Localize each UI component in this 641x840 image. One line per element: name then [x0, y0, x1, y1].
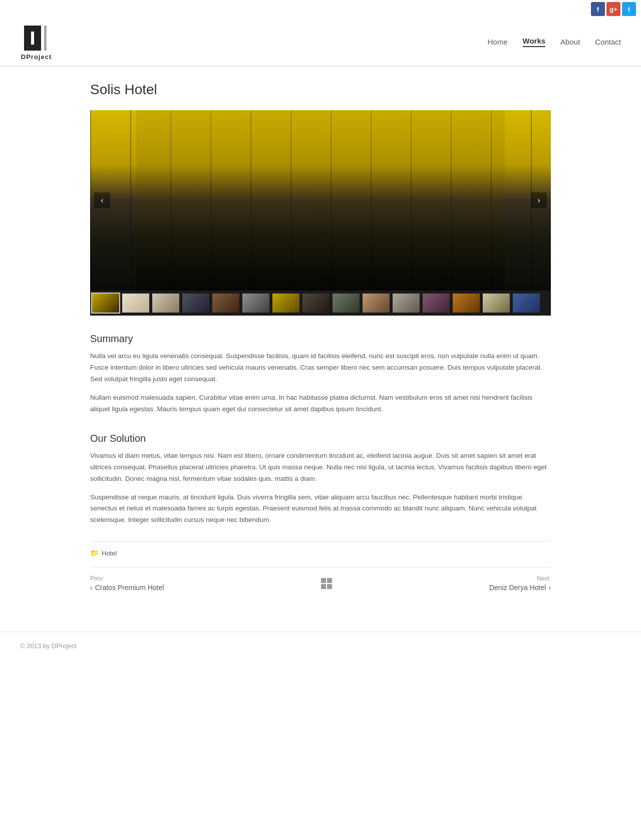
- folder-icon: 📁: [90, 549, 99, 557]
- post-footer: 📁 Hotel: [90, 541, 551, 557]
- nav-contact[interactable]: Contact: [595, 38, 621, 46]
- prev-label: Prev:: [90, 575, 104, 582]
- site-header: DProject Home Works About Contact: [0, 18, 641, 66]
- next-label: Next:: [537, 575, 551, 582]
- logo[interactable]: DProject: [20, 23, 53, 61]
- slide-prev-button[interactable]: ‹: [94, 192, 110, 208]
- thumb-14[interactable]: [482, 293, 511, 314]
- social-bar: f g+ t: [0, 0, 641, 18]
- thumb-7[interactable]: [271, 293, 300, 314]
- solution-heading: Our Solution: [90, 433, 551, 444]
- site-footer: © 2013 by DProject: [0, 632, 641, 660]
- thumb-10[interactable]: [362, 293, 391, 314]
- copyright-text: © 2013 by DProject: [20, 642, 77, 650]
- next-post-link[interactable]: Deniz Derya Hotel ›: [489, 584, 551, 592]
- next-post-title: Deniz Derya Hotel: [489, 584, 546, 592]
- prev-arrow-icon: ‹: [90, 584, 93, 592]
- category-link[interactable]: Hotel: [102, 549, 117, 557]
- facebook-icon[interactable]: f: [591, 2, 605, 16]
- thumb-8[interactable]: [301, 293, 331, 314]
- post-navigation: Prev: ‹ Cratos Premium Hotel Next: Deniz…: [90, 567, 551, 592]
- summary-heading: Summary: [90, 333, 551, 345]
- logo-svg: [20, 23, 53, 53]
- nav-works[interactable]: Works: [523, 37, 546, 47]
- prev-post-link[interactable]: ‹ Cratos Premium Hotel: [90, 584, 164, 592]
- svg-rect-2: [24, 26, 41, 32]
- thumb-13[interactable]: [452, 293, 481, 314]
- solution-text-2: Suspendisse at neque mauris, at tincidun…: [90, 492, 551, 526]
- grid-view-icon[interactable]: [321, 578, 332, 589]
- summary-text-1: Nulla vel arcu eu ligula venenatis conse…: [90, 351, 551, 385]
- thumb-5[interactable]: [211, 293, 240, 314]
- svg-rect-4: [44, 26, 47, 51]
- nav-about[interactable]: About: [560, 38, 580, 46]
- nav-home[interactable]: Home: [488, 38, 508, 46]
- main-nav: Home Works About Contact: [488, 37, 621, 47]
- thumb-9[interactable]: [332, 293, 361, 314]
- logo-text: DProject: [21, 53, 52, 61]
- post-nav-grid[interactable]: [321, 578, 332, 589]
- thumb-15[interactable]: [512, 293, 541, 314]
- thumb-1[interactable]: [91, 293, 120, 314]
- page-title: Solis Hotel: [90, 82, 551, 98]
- slideshow-main-image: ‹ ›: [90, 110, 551, 291]
- thumb-12[interactable]: [422, 293, 451, 314]
- thumb-2[interactable]: [121, 293, 150, 314]
- hotel-interior-image: [90, 110, 551, 291]
- prev-post-title: Cratos Premium Hotel: [95, 584, 164, 592]
- twitter-icon[interactable]: t: [622, 2, 636, 16]
- next-post: Next: Deniz Derya Hotel ›: [489, 575, 551, 592]
- solution-text-1: Vivamus id diam metus, vitae tempus nisi…: [90, 450, 551, 485]
- svg-rect-3: [24, 45, 41, 51]
- thumbnail-strip: [90, 291, 551, 316]
- summary-text-2: Nullam euismod malesuada sapien. Curabit…: [90, 392, 551, 415]
- prev-post: Prev: ‹ Cratos Premium Hotel: [90, 575, 164, 592]
- thumb-3[interactable]: [151, 293, 180, 314]
- slide-next-button[interactable]: ›: [531, 192, 547, 208]
- next-arrow-icon: ›: [548, 584, 551, 592]
- thumb-11[interactable]: [392, 293, 421, 314]
- main-content: Solis Hotel ‹ › Summary Nulla ve: [80, 67, 561, 612]
- thumb-4[interactable]: [181, 293, 210, 314]
- slideshow: ‹ ›: [90, 110, 551, 316]
- thumb-6[interactable]: [241, 293, 270, 314]
- googleplus-icon[interactable]: g+: [606, 2, 620, 16]
